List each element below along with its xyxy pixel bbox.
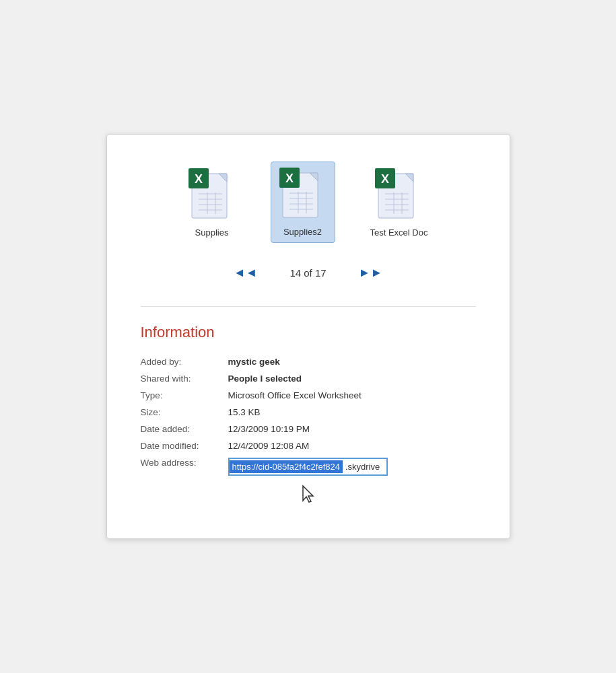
- size-label: Size:: [141, 404, 228, 421]
- files-row: X Supplies X: [141, 162, 476, 243]
- info-table: Added by: mystic geek Shared with: Peopl…: [141, 353, 476, 479]
- web-address-rest: .skydrive: [343, 460, 382, 473]
- web-address-cell: https://cid-085fa2f4c2fef824.skydrive: [228, 454, 476, 479]
- file-item-test-excel-doc[interactable]: X Test Excel Doc: [362, 163, 436, 243]
- date-added-label: Date added:: [141, 421, 228, 437]
- info-card: X Supplies X: [106, 134, 510, 539]
- svg-text:X: X: [194, 172, 202, 186]
- table-row: Web address: https://cid-085fa2f4c2fef82…: [141, 454, 476, 479]
- information-title: Information: [141, 324, 476, 341]
- size-value: 15.3 KB: [228, 404, 476, 421]
- added-by-value: mystic geek: [228, 353, 476, 370]
- date-modified-value: 12/4/2009 12:08 AM: [228, 437, 476, 454]
- svg-marker-30: [303, 486, 313, 502]
- table-row: Added by: mystic geek: [141, 353, 476, 370]
- svg-text:X: X: [381, 172, 389, 186]
- table-row: Date modified: 12/4/2009 12:08 AM: [141, 437, 476, 454]
- page-info: 14 of 17: [289, 267, 326, 279]
- information-section: Information Added by: mystic geek Shared…: [141, 324, 476, 505]
- file-item-supplies2[interactable]: X Supplies2: [271, 162, 335, 243]
- file-label-supplies2: Supplies2: [283, 227, 322, 237]
- cursor-icon: [300, 485, 316, 505]
- web-address-field[interactable]: https://cid-085fa2f4c2fef824.skydrive: [228, 458, 388, 476]
- table-row: Shared with: People I selected: [141, 370, 476, 387]
- table-row: Date added: 12/3/2009 10:19 PM: [141, 421, 476, 437]
- file-label-supplies: Supplies: [195, 227, 229, 238]
- file-icon-supplies: X: [189, 168, 236, 222]
- web-address-label: Web address:: [141, 454, 228, 479]
- date-added-value: 12/3/2009 10:19 PM: [228, 421, 476, 437]
- added-by-label: Added by:: [141, 353, 228, 370]
- pagination: ◄◄ 14 of 17 ►►: [141, 263, 476, 283]
- section-divider: [141, 306, 476, 307]
- cursor-area: [141, 485, 476, 505]
- file-label-test-excel-doc: Test Excel Doc: [370, 227, 428, 238]
- file-item-supplies[interactable]: X Supplies: [180, 163, 244, 243]
- table-row: Type: Microsoft Office Excel Worksheet: [141, 387, 476, 404]
- next-button[interactable]: ►►: [353, 263, 388, 283]
- type-value: Microsoft Office Excel Worksheet: [228, 387, 476, 404]
- table-row: Size: 15.3 KB: [141, 404, 476, 421]
- prev-button[interactable]: ◄◄: [228, 263, 263, 283]
- file-icon-supplies2: X: [279, 168, 327, 221]
- shared-with-value: People I selected: [228, 370, 476, 387]
- file-icon-test-excel-doc: X: [375, 168, 422, 222]
- date-modified-label: Date modified:: [141, 437, 228, 454]
- type-label: Type:: [141, 387, 228, 404]
- shared-with-label: Shared with:: [141, 370, 228, 387]
- svg-text:X: X: [285, 172, 293, 185]
- web-address-highlighted: https://cid-085fa2f4c2fef824: [230, 460, 343, 473]
